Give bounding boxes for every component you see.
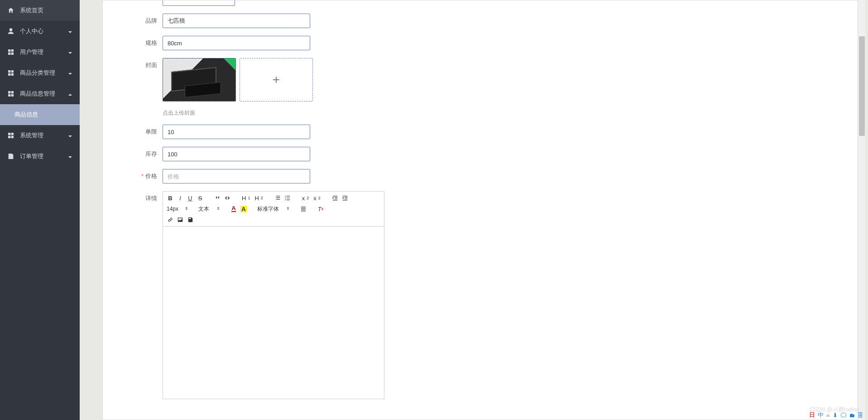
- label-cover: 封面: [112, 58, 163, 72]
- tray-icon[interactable]: 中: [818, 411, 824, 419]
- tray-icon[interactable]: 🖿: [849, 412, 855, 419]
- menu-label: 系统首页: [20, 6, 72, 14]
- rich-editor: B I U S H1: [163, 191, 384, 399]
- chevron-down-icon: [68, 29, 72, 34]
- tray-icon[interactable]: 🗄: [858, 412, 863, 419]
- menu-home[interactable]: 系统首页: [0, 0, 80, 21]
- font-size-select[interactable]: 14px: [166, 206, 189, 212]
- text-color-button[interactable]: A: [229, 204, 238, 213]
- ul-button[interactable]: [283, 193, 292, 203]
- label-detail: 详情: [112, 191, 163, 206]
- label-price: *价格: [112, 169, 163, 183]
- stock-input[interactable]: [163, 147, 310, 161]
- label-brand: 品牌: [112, 14, 163, 28]
- scrollbar-thumb[interactable]: [859, 36, 865, 136]
- label-spec: 规格: [112, 36, 163, 50]
- chevron-up-icon: [68, 92, 72, 96]
- menu-label: 商品分类管理: [20, 69, 68, 77]
- font-family-select[interactable]: 标准字体: [256, 205, 291, 213]
- h2-button[interactable]: H2: [253, 193, 264, 203]
- form-item-detail: 详情 B I U S: [112, 191, 849, 399]
- tray-icon[interactable]: ⬇: [833, 412, 838, 419]
- form-item-brand: 品牌: [112, 14, 849, 28]
- grid-icon: [7, 48, 14, 56]
- upload-add-button[interactable]: +: [240, 58, 313, 101]
- indent-inc-button[interactable]: [340, 193, 350, 203]
- menu-users[interactable]: 用户管理: [0, 42, 80, 63]
- italic-button[interactable]: I: [176, 193, 185, 203]
- form-item-top: [112, 0, 849, 6]
- menu-label: 个人中心: [20, 27, 68, 35]
- user-icon: [7, 28, 14, 35]
- quote-button[interactable]: [213, 193, 222, 203]
- block-select[interactable]: 文本: [197, 205, 221, 213]
- brand-input[interactable]: [163, 14, 310, 28]
- menu-system[interactable]: 系统管理: [0, 125, 80, 146]
- strike-button[interactable]: S: [196, 193, 205, 203]
- menu-product-info[interactable]: 商品信息管理: [0, 83, 80, 104]
- label-stock: 库存: [112, 147, 163, 161]
- menu-product-sub[interactable]: 商品信息: [0, 104, 80, 125]
- menu-profile[interactable]: 个人中心: [0, 21, 80, 42]
- tray-icon[interactable]: 🖵: [840, 412, 846, 419]
- chevron-down-icon: [68, 154, 72, 159]
- content-panel: 品牌 规格 封面: [102, 0, 859, 420]
- doc-icon: [7, 153, 14, 160]
- form-item-spec: 规格: [112, 36, 849, 50]
- ol-button[interactable]: [273, 193, 282, 203]
- indent-dec-button[interactable]: [331, 193, 340, 203]
- menu-label: 商品信息管理: [20, 90, 68, 98]
- tray-icon[interactable]: ஃ: [826, 411, 830, 419]
- menu-category[interactable]: 商品分类管理: [0, 63, 80, 83]
- svg-point-2: [285, 199, 286, 200]
- bold-button[interactable]: B: [166, 193, 175, 203]
- underline-button[interactable]: U: [186, 193, 195, 203]
- menu-label: 系统管理: [20, 131, 68, 140]
- label-limit: 单限: [112, 125, 163, 139]
- menu-orders[interactable]: 订单管理: [0, 146, 80, 167]
- main: 品牌 规格 封面: [80, 0, 868, 420]
- editor-body[interactable]: [163, 227, 384, 399]
- form-item-stock: 库存: [112, 147, 849, 161]
- superscript-button[interactable]: x2: [312, 193, 322, 203]
- cover-hint: 点击上传封面: [163, 109, 849, 117]
- grid-icon: [7, 90, 14, 97]
- clear-format-button[interactable]: Tx: [316, 204, 325, 213]
- chevron-down-icon: [68, 71, 72, 75]
- menu-label: 订单管理: [20, 152, 68, 160]
- app-root: 系统首页 个人中心 用户管理 商品分类管理 商品信息管理 商品信息 系统管理: [0, 0, 868, 420]
- cover-image: [163, 58, 235, 101]
- svg-point-0: [285, 196, 286, 197]
- price-input[interactable]: [163, 169, 310, 183]
- link-button[interactable]: [166, 215, 175, 224]
- chevron-down-icon: [68, 50, 72, 54]
- menu-label: 商品信息: [14, 111, 72, 119]
- form-item-cover: 封面 +: [112, 58, 849, 101]
- menu-label: 用户管理: [20, 48, 68, 56]
- plus-icon: +: [273, 73, 280, 86]
- limit-input[interactable]: [163, 125, 310, 139]
- chevron-down-icon: [68, 133, 72, 138]
- vertical-scrollbar[interactable]: [858, 0, 865, 420]
- code-button[interactable]: [223, 193, 232, 203]
- input-top[interactable]: [163, 0, 235, 6]
- grid-icon: [7, 69, 14, 77]
- editor-toolbar: B I U S H1: [163, 192, 384, 227]
- system-tray: 日 中 ஃ ⬇ 🖵 🖿 🗄: [807, 410, 865, 420]
- h1-button[interactable]: H1: [240, 193, 252, 203]
- form-item-limit: 单限: [112, 125, 849, 139]
- form-item-price: *价格: [112, 169, 849, 183]
- grid-icon: [7, 132, 14, 139]
- cover-thumb[interactable]: [163, 58, 236, 101]
- sidebar: 系统首页 个人中心 用户管理 商品分类管理 商品信息管理 商品信息 系统管理: [0, 0, 80, 420]
- align-button[interactable]: [299, 204, 308, 213]
- subscript-button[interactable]: x2: [300, 193, 311, 203]
- save-button[interactable]: [186, 215, 195, 224]
- bg-color-button[interactable]: A: [239, 204, 248, 213]
- image-button[interactable]: [176, 215, 185, 224]
- spec-input[interactable]: [163, 36, 310, 50]
- home-icon: [7, 7, 14, 14]
- tray-icon[interactable]: 日: [809, 411, 815, 419]
- svg-point-1: [285, 198, 286, 198]
- product-form: 品牌 规格 封面: [103, 0, 858, 399]
